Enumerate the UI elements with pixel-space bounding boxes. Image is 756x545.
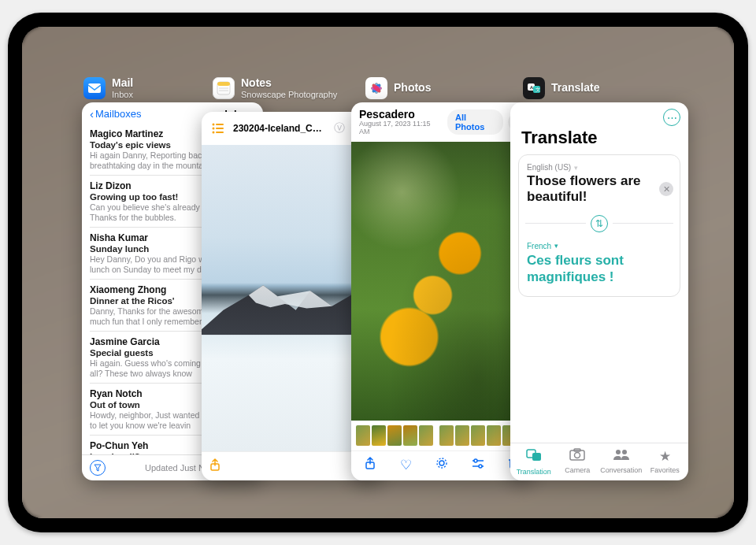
favorite-icon[interactable]: ♡ bbox=[397, 457, 416, 473]
conversation-icon bbox=[613, 448, 630, 465]
svg-point-21 bbox=[213, 132, 215, 134]
camera-icon bbox=[569, 448, 585, 465]
source-language-selector[interactable]: English (US) bbox=[527, 163, 672, 172]
mail-back-label: Mailboxes bbox=[95, 108, 142, 120]
live-icon[interactable] bbox=[432, 456, 451, 474]
svg-rect-20 bbox=[216, 128, 224, 129]
source-text[interactable]: Those flowers are beautiful! bbox=[527, 173, 672, 206]
target-language-selector[interactable]: French bbox=[527, 242, 672, 250]
ipad-frame: Mail Inbox Notes Snowscape Photography bbox=[8, 13, 748, 532]
svg-point-30 bbox=[479, 465, 482, 468]
adjust-icon[interactable] bbox=[469, 458, 487, 473]
mail-app-icon bbox=[83, 77, 106, 99]
svg-rect-2 bbox=[217, 82, 230, 86]
photo-thumbnails[interactable] bbox=[351, 421, 532, 450]
app-label-translate: A文 Translate bbox=[523, 77, 599, 99]
photos-title: Pescadero bbox=[359, 109, 438, 120]
mail-back-button[interactable]: ‹ Mailboxes bbox=[90, 107, 142, 120]
mail-filter-button[interactable] bbox=[90, 460, 106, 476]
svg-rect-33 bbox=[532, 453, 541, 461]
app-label-translate-title: Translate bbox=[551, 82, 599, 94]
svg-point-17 bbox=[213, 124, 215, 126]
svg-point-35 bbox=[575, 453, 580, 458]
svg-point-26 bbox=[437, 458, 447, 468]
app-label-mail-title: Mail bbox=[112, 77, 133, 89]
notes-more-icon[interactable]: ⓥ bbox=[334, 121, 345, 135]
svg-point-37 bbox=[616, 450, 621, 454]
svg-rect-22 bbox=[216, 132, 224, 133]
svg-text:A: A bbox=[530, 85, 533, 90]
translate-heading: Translate bbox=[510, 126, 688, 154]
notes-title: 230204-Iceland_CC_i0… bbox=[233, 123, 328, 134]
app-label-notes-title: Notes bbox=[241, 77, 337, 89]
app-label-mail: Mail Inbox bbox=[83, 77, 133, 99]
target-text: Ces fleurs sont magnifiques ! bbox=[527, 252, 672, 286]
app-card-translate[interactable]: ⋯ Translate English (US) Those flowers a… bbox=[510, 102, 688, 480]
notes-list-icon[interactable] bbox=[209, 120, 227, 137]
photos-app-icon bbox=[365, 77, 387, 99]
svg-point-28 bbox=[474, 459, 477, 462]
svg-point-38 bbox=[622, 450, 627, 454]
translate-tab-bar: Translation Camera Conversation bbox=[510, 443, 688, 480]
translate-header: ⋯ bbox=[510, 102, 688, 126]
svg-text:文: 文 bbox=[536, 87, 540, 92]
tab-translation[interactable]: Translation bbox=[512, 448, 556, 476]
svg-point-19 bbox=[213, 128, 215, 130]
app-card-photos[interactable]: Pescadero August 17, 2023 11:15 AM All P… bbox=[351, 102, 532, 480]
svg-rect-18 bbox=[216, 124, 224, 125]
app-label-notes-subtitle: Snowscape Photography bbox=[241, 90, 337, 99]
app-label-notes: Notes Snowscape Photography bbox=[213, 77, 337, 99]
photos-toolbar: ♡ bbox=[351, 450, 532, 480]
swap-languages-button[interactable]: ⇅ bbox=[591, 215, 608, 232]
all-photos-button[interactable]: All Photos bbox=[447, 109, 503, 135]
notes-app-icon bbox=[213, 77, 235, 99]
clear-text-button[interactable]: ✕ bbox=[659, 182, 673, 196]
app-label-mail-subtitle: Inbox bbox=[112, 90, 133, 99]
tab-conversation[interactable]: Conversation bbox=[599, 448, 643, 476]
translation-tab-icon bbox=[526, 448, 542, 466]
svg-rect-0 bbox=[88, 83, 101, 93]
translate-more-button[interactable]: ⋯ bbox=[663, 109, 680, 126]
tab-favorites[interactable]: ★ Favorites bbox=[643, 448, 687, 476]
app-label-photos-title: Photos bbox=[394, 82, 431, 94]
star-icon: ★ bbox=[659, 448, 671, 465]
app-switcher[interactable]: Mail Inbox Notes Snowscape Photography bbox=[22, 27, 734, 518]
app-label-photos: Photos bbox=[365, 77, 431, 99]
svg-point-25 bbox=[439, 461, 444, 465]
ipad-screen: Mail Inbox Notes Snowscape Photography bbox=[22, 27, 734, 518]
share-icon[interactable] bbox=[209, 458, 220, 474]
translate-app-icon: A文 bbox=[523, 77, 545, 99]
photos-timestamp: August 17, 2023 11:15 AM bbox=[359, 120, 438, 135]
photos-header: Pescadero August 17, 2023 11:15 AM All P… bbox=[351, 102, 532, 139]
swap-row: ⇅ bbox=[525, 215, 673, 232]
chevron-left-icon: ‹ bbox=[90, 107, 94, 120]
tab-camera[interactable]: Camera bbox=[556, 448, 600, 476]
translate-box: English (US) Those flowers are beautiful… bbox=[518, 154, 680, 297]
photo-viewer[interactable] bbox=[351, 142, 532, 421]
share-icon[interactable] bbox=[361, 457, 380, 473]
